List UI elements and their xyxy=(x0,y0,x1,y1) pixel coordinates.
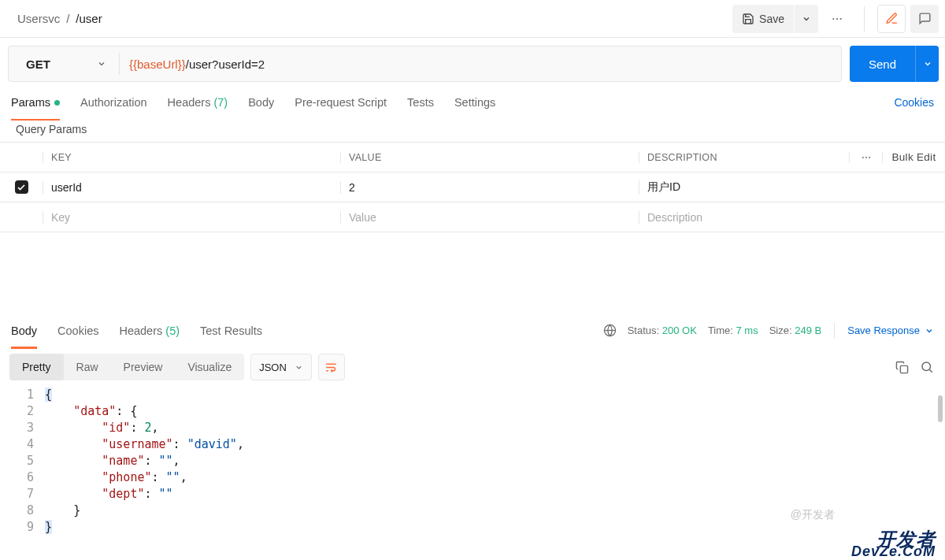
chevron-down-icon xyxy=(925,326,934,336)
response-status: Status: 200 OK xyxy=(628,325,697,336)
param-value-cell[interactable]: 2 xyxy=(340,181,639,194)
scrollbar-thumb[interactable] xyxy=(938,395,943,422)
response-divider xyxy=(834,323,835,339)
url-variable: {{baseUrl}} xyxy=(129,57,186,71)
save-response-label: Save Response xyxy=(847,325,920,336)
watermark-line2: DevZe.CoM xyxy=(851,543,936,560)
save-button-label: Save xyxy=(759,13,784,25)
param-row-new: Key Value Description xyxy=(0,202,945,232)
tab-authorization[interactable]: Authorization xyxy=(80,85,147,120)
response-format-select[interactable]: JSON xyxy=(250,354,312,380)
topbar-divider xyxy=(864,6,865,32)
request-urlbar-row: GET {{baseUrl}}/user?userId=2 Send xyxy=(0,38,945,85)
param-key-input[interactable]: Key xyxy=(43,211,340,224)
breadcrumb-current: /user xyxy=(76,12,102,25)
response-toolbar: Pretty Raw Preview Visualize JSON xyxy=(0,346,945,385)
chevron-down-icon xyxy=(97,59,106,69)
svg-point-5 xyxy=(869,157,870,158)
save-button[interactable]: Save xyxy=(732,5,794,33)
send-button-group: Send xyxy=(850,46,939,82)
view-raw[interactable]: Raw xyxy=(64,354,111,380)
svg-point-1 xyxy=(836,17,838,19)
svg-point-4 xyxy=(865,157,867,158)
params-header-desc: DESCRIPTION xyxy=(639,152,849,163)
more-horizontal-icon xyxy=(831,13,843,25)
query-params-title: Query Params xyxy=(0,120,945,142)
response-tab-headers-count: (5) xyxy=(165,325,180,337)
copy-icon[interactable] xyxy=(895,361,909,374)
param-value-input[interactable]: Value xyxy=(340,211,639,224)
view-pretty[interactable]: Pretty xyxy=(9,354,64,380)
globe-icon[interactable] xyxy=(603,324,617,337)
search-icon[interactable] xyxy=(920,360,934,374)
tab-headers-label: Headers xyxy=(168,96,211,109)
svg-point-11 xyxy=(922,362,931,371)
params-header-value: VALUE xyxy=(340,152,639,163)
save-options-button[interactable] xyxy=(795,5,818,33)
tab-params-label: Params xyxy=(11,96,50,109)
more-actions-button[interactable] xyxy=(823,5,851,33)
response-tab-tests[interactable]: Test Results xyxy=(200,313,262,348)
svg-line-12 xyxy=(929,369,932,372)
response-tabs: Body Cookies Headers (5) Test Results St… xyxy=(0,314,945,346)
request-body-spacer xyxy=(0,232,945,314)
response-tab-body[interactable]: Body xyxy=(11,313,37,348)
tab-body[interactable]: Body xyxy=(248,85,274,120)
tab-headers-count: (7) xyxy=(213,96,228,109)
topbar: Usersvc / /user Save xyxy=(0,0,945,38)
response-tab-cookies[interactable]: Cookies xyxy=(57,313,98,348)
pencil-icon xyxy=(885,12,899,25)
response-view-segment: Pretty Raw Preview Visualize xyxy=(9,354,244,380)
params-header-key: KEY xyxy=(43,152,340,163)
response-tab-headers[interactable]: Headers (5) xyxy=(119,313,180,348)
chevron-down-icon xyxy=(923,59,932,69)
request-url-input[interactable]: {{baseUrl}}/user?userId=2 xyxy=(120,57,841,71)
param-desc-input[interactable]: Description xyxy=(639,211,945,224)
tab-tests[interactable]: Tests xyxy=(407,85,434,120)
tab-settings[interactable]: Settings xyxy=(454,85,495,120)
comments-button[interactable] xyxy=(910,5,939,33)
svg-point-3 xyxy=(862,157,863,158)
save-response-button[interactable]: Save Response xyxy=(847,325,934,336)
breadcrumb-sep: / xyxy=(66,12,69,25)
param-key-cell[interactable]: userId xyxy=(43,181,340,194)
query-params-table: KEY VALUE DESCRIPTION Bulk Edit userId 2… xyxy=(0,142,945,232)
more-horizontal-icon xyxy=(861,152,872,163)
watermark-handle: @开发者 xyxy=(791,508,835,522)
request-urlbar: GET {{baseUrl}}/user?userId=2 xyxy=(8,46,842,82)
send-button[interactable]: Send xyxy=(850,46,915,82)
send-options-button[interactable] xyxy=(915,46,939,82)
param-checkbox[interactable] xyxy=(15,180,28,194)
save-button-group: Save xyxy=(732,5,818,33)
save-icon xyxy=(742,13,754,25)
param-row: userId 2 用户ID xyxy=(0,172,945,202)
wrap-lines-button[interactable] xyxy=(318,354,345,380)
response-time: Time: 7 ms xyxy=(708,325,758,336)
url-path: /user?userId=2 xyxy=(186,57,265,71)
breadcrumb-parent[interactable]: Usersvc xyxy=(17,12,60,25)
breadcrumb: Usersvc / /user xyxy=(17,12,102,25)
response-format-label: JSON xyxy=(259,362,287,373)
http-method-select[interactable]: GET xyxy=(9,46,119,81)
view-preview[interactable]: Preview xyxy=(111,354,176,380)
params-header-more[interactable] xyxy=(849,152,882,163)
comment-icon xyxy=(918,12,932,25)
chevron-down-icon xyxy=(295,363,303,372)
param-desc-cell[interactable]: 用户ID xyxy=(639,180,945,195)
bulk-edit-button[interactable]: Bulk Edit xyxy=(882,151,945,163)
response-size: Size: 249 B xyxy=(769,325,822,336)
svg-point-0 xyxy=(832,17,834,19)
edit-docs-button[interactable] xyxy=(877,5,906,33)
tab-headers[interactable]: Headers (7) xyxy=(168,85,228,120)
svg-rect-10 xyxy=(900,365,907,373)
view-visualize[interactable]: Visualize xyxy=(175,354,244,380)
tab-params[interactable]: Params xyxy=(11,85,60,120)
request-tabs: Params Authorization Headers (7) Body Pr… xyxy=(0,85,945,120)
tab-prerequest[interactable]: Pre-request Script xyxy=(295,85,387,120)
response-tab-headers-label: Headers xyxy=(119,325,162,337)
wrap-icon xyxy=(324,361,338,374)
cookies-link[interactable]: Cookies xyxy=(894,96,934,109)
code-content[interactable]: { "data": { "id": 2, "username": "david"… xyxy=(39,385,244,536)
params-header-row: KEY VALUE DESCRIPTION Bulk Edit xyxy=(0,143,945,172)
tab-params-indicator xyxy=(54,100,60,106)
